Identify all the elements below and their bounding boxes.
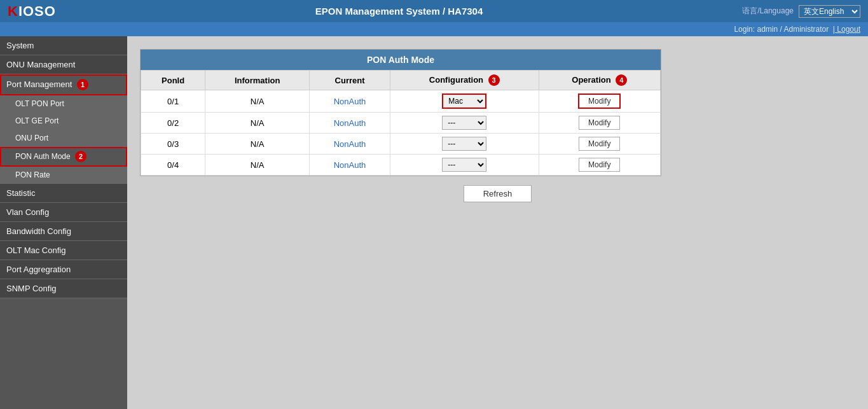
modify-button[interactable]: Modify — [579, 116, 620, 130]
col-ponid: PonId — [141, 71, 205, 90]
sidebar-item-onu-port[interactable]: ONU Port — [0, 130, 127, 147]
sidebar-item-pon-auth-mode[interactable]: PON Auth Mode 2 — [0, 147, 127, 167]
cell-operation[interactable]: Modify — [539, 90, 660, 113]
modify-button[interactable]: Modify — [578, 94, 621, 109]
cell-operation[interactable]: Modify — [539, 155, 660, 176]
header-bottom: Login: admin / Administrator | Logout — [0, 22, 868, 36]
badge-4: 4 — [616, 74, 627, 86]
pon-auth-mode-table: PonId Information Current Configuration … — [141, 70, 661, 176]
sidebar-item-olt-pon-port[interactable]: OLT PON Port — [0, 95, 127, 113]
config-select[interactable]: ---MacLoidHybrid — [442, 158, 486, 172]
col-operation: Operation 4 — [539, 71, 660, 90]
layout: System ONU Management Port Management 1 … — [0, 36, 868, 409]
badge-3: 3 — [488, 74, 500, 86]
logout-link[interactable]: | Logout — [833, 25, 860, 34]
cell-operation[interactable]: Modify — [539, 113, 660, 134]
cell-current: NonAuth — [310, 155, 390, 176]
sidebar-item-port-aggregration[interactable]: Port Aggregration — [0, 260, 127, 279]
pon-auth-mode-table-container: PON Auth Mode PonId Information Current … — [140, 49, 661, 176]
cell-configuration[interactable]: ---MacLoidHybrid — [390, 90, 539, 113]
col-configuration: Configuration 3 — [390, 71, 539, 90]
cell-current: NonAuth — [310, 90, 390, 113]
refresh-button[interactable]: Refresh — [464, 185, 532, 202]
modify-button[interactable]: Modify — [579, 158, 620, 172]
logo-rest: IOSO — [18, 3, 56, 19]
config-select[interactable]: ---MacLoidHybrid — [442, 137, 486, 151]
sidebar-item-statistic[interactable]: Statistic — [0, 184, 127, 203]
sidebar-item-onu-management[interactable]: ONU Management — [0, 55, 127, 74]
sidebar-item-olt-ge-port[interactable]: OLT GE Port — [0, 113, 127, 130]
cell-current: NonAuth — [310, 113, 390, 134]
table-row: 0/1N/ANonAuth---MacLoidHybridModify — [141, 90, 661, 113]
sidebar-item-vlan-config[interactable]: Vlan Config — [0, 203, 127, 222]
sidebar-item-system[interactable]: System — [0, 36, 127, 55]
cell-ponid: 0/1 — [141, 90, 205, 113]
logo-k: K — [8, 3, 18, 19]
header-top: KIOSO EPON Management System / HA7304 语言… — [0, 0, 868, 22]
main-content: PON Auth Mode PonId Information Current … — [127, 36, 868, 409]
cell-configuration[interactable]: ---MacLoidHybrid — [390, 155, 539, 176]
config-select[interactable]: ---MacLoidHybrid — [442, 94, 486, 109]
cell-information: N/A — [205, 90, 310, 113]
cell-information: N/A — [205, 134, 310, 155]
cell-current: NonAuth — [310, 134, 390, 155]
cell-information: N/A — [205, 155, 310, 176]
cell-ponid: 0/4 — [141, 155, 205, 176]
cell-ponid: 0/2 — [141, 113, 205, 134]
sidebar-item-snmp-config[interactable]: SNMP Config — [0, 279, 127, 298]
table-row: 0/4N/ANonAuth---MacLoidHybridModify — [141, 155, 661, 176]
table-title: PON Auth Mode — [141, 50, 661, 70]
header-right: 语言/Language 英文English 中文Chinese — [742, 5, 860, 18]
cell-ponid: 0/3 — [141, 134, 205, 155]
sidebar-item-pon-rate[interactable]: PON Rate — [0, 167, 127, 184]
sidebar: System ONU Management Port Management 1 … — [0, 36, 127, 409]
cell-information: N/A — [205, 113, 310, 134]
login-info: Login: admin / Administrator — [734, 25, 829, 34]
cell-operation[interactable]: Modify — [539, 134, 660, 155]
refresh-area: Refresh — [140, 185, 855, 202]
table-row: 0/3N/ANonAuth---MacLoidHybridModify — [141, 134, 661, 155]
modify-button[interactable]: Modify — [579, 137, 620, 151]
lang-label: 语言/Language — [742, 6, 794, 17]
config-select[interactable]: ---MacLoidHybrid — [442, 116, 486, 130]
col-current: Current — [310, 71, 390, 90]
logo-text: KIOSO — [8, 3, 56, 20]
badge-2: 2 — [75, 151, 86, 162]
badge-1: 1 — [77, 79, 88, 90]
sidebar-item-olt-mac-config[interactable]: OLT Mac Config — [0, 241, 127, 260]
language-select[interactable]: 英文English 中文Chinese — [799, 5, 860, 18]
sidebar-item-bandwidth-config[interactable]: Bandwidth Config — [0, 222, 127, 241]
col-information: Information — [205, 71, 310, 90]
cell-configuration[interactable]: ---MacLoidHybrid — [390, 134, 539, 155]
cell-configuration[interactable]: ---MacLoidHybrid — [390, 113, 539, 134]
logo: KIOSO — [8, 3, 56, 20]
header-title: EPON Management System / HA7304 — [56, 6, 742, 17]
sidebar-item-port-management[interactable]: Port Management 1 — [0, 74, 127, 95]
table-row: 0/2N/ANonAuth---MacLoidHybridModify — [141, 113, 661, 134]
